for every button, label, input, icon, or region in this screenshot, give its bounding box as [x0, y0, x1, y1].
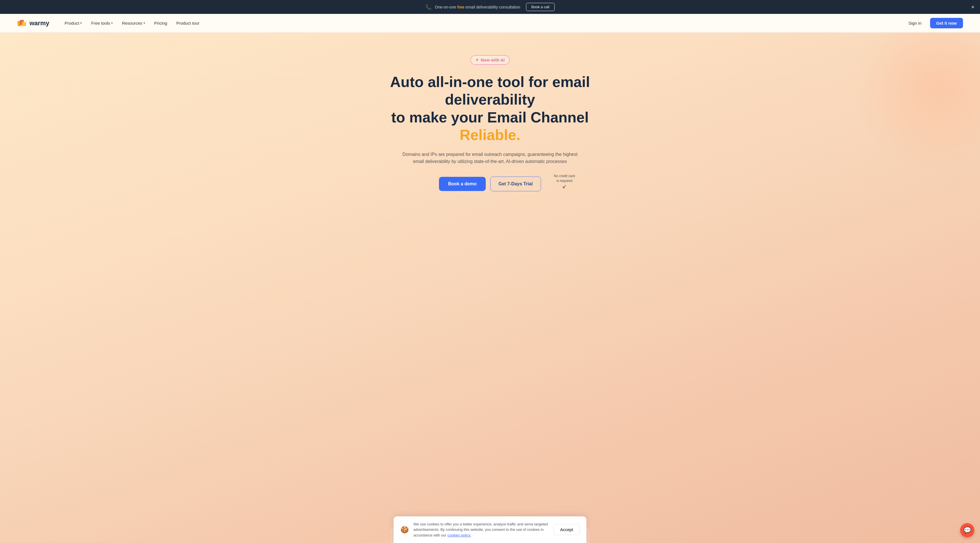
nav-product[interactable]: Product ▾ — [61, 18, 86, 28]
hero-subtext: Domains and IPs are prepared for email o… — [402, 151, 578, 165]
cookie-icon: 🍪 — [400, 526, 409, 533]
cookie-bar: 🍪 We use cookies to offer you a better e… — [394, 516, 586, 543]
accept-cookies-button[interactable]: Accept — [554, 524, 580, 535]
nav-right: Sign in Get it now — [905, 18, 963, 29]
no-credit-card-notice: No credit card is required ↙ — [554, 174, 575, 191]
trial-button[interactable]: Get 7-Days Trial — [490, 176, 541, 191]
nav-product-tour[interactable]: Product tour — [172, 18, 204, 28]
sign-in-button[interactable]: Sign in — [905, 18, 926, 28]
book-demo-button[interactable]: Book a demo — [439, 177, 485, 191]
logo-icon — [17, 18, 27, 29]
announcement-close-button[interactable]: × — [971, 5, 974, 10]
get-it-now-button[interactable]: Get it now — [930, 18, 963, 29]
sparkle-icon: ✦ — [475, 57, 479, 63]
hero-section: ✦ Now with AI Auto all-in-one tool for e… — [0, 33, 980, 543]
ai-badge: ✦ Now with AI — [471, 55, 509, 65]
announcement-bar: 📞 One-on-one free email deliverability c… — [0, 0, 980, 14]
arrow-icon: ↙ — [554, 183, 575, 190]
cookie-text: We use cookies to offer you a better exp… — [414, 521, 549, 538]
nav-resources[interactable]: Resources ▾ — [118, 18, 149, 28]
book-call-button[interactable]: Book a call — [526, 3, 555, 11]
hero-headline: Auto all-in-one tool for email deliverab… — [377, 73, 603, 144]
logo-text: warmy — [30, 19, 49, 27]
hero-cta: Book a demo Get 7-Days Trial No credit c… — [439, 176, 541, 191]
logo-link[interactable]: warmy — [17, 18, 49, 29]
nav-free-tools[interactable]: Free tools ▾ — [87, 18, 117, 28]
resources-chevron-icon: ▾ — [143, 21, 145, 25]
free-tools-chevron-icon: ▾ — [111, 21, 113, 25]
reliable-text: Reliable. — [460, 127, 520, 143]
svg-rect-2 — [22, 22, 26, 26]
chat-bubble-button[interactable]: 💬 — [960, 523, 974, 537]
nav-links: Product ▾ Free tools ▾ Resources ▾ Prici… — [61, 18, 905, 28]
navbar: warmy Product ▾ Free tools ▾ Resources ▾… — [0, 14, 980, 33]
nav-pricing[interactable]: Pricing — [150, 18, 171, 28]
announcement-text: One-on-one free email deliverability con… — [435, 5, 520, 10]
phone-icon: 📞 — [425, 4, 431, 10]
cookies-policy-link[interactable]: cookies policy. — [447, 533, 471, 537]
product-chevron-icon: ▾ — [80, 21, 82, 25]
ai-badge-text: Now with AI — [480, 57, 504, 62]
